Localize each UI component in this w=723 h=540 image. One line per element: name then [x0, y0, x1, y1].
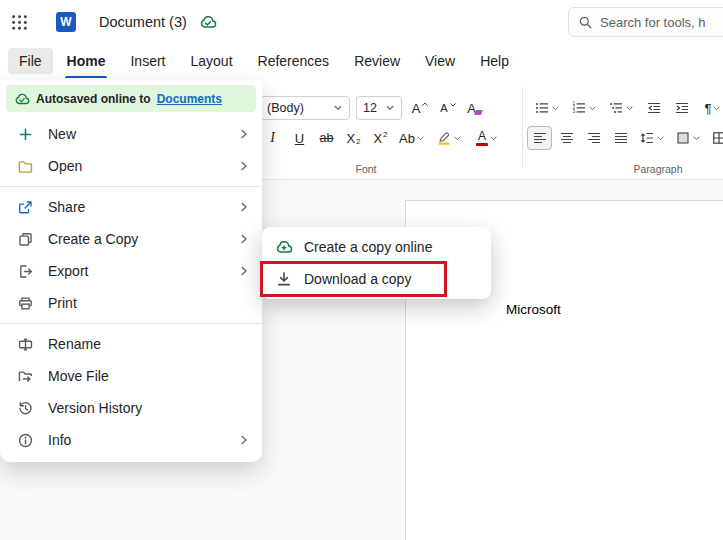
eraser-icon — [474, 110, 483, 115]
search-input[interactable] — [600, 15, 723, 30]
shading-button[interactable] — [671, 126, 705, 150]
decrease-indent-button[interactable] — [641, 96, 666, 120]
text-effects-button[interactable]: Ab — [395, 126, 429, 150]
export-icon — [16, 263, 34, 280]
clear-formatting-button[interactable]: A — [462, 96, 487, 120]
multilevel-list-icon — [608, 100, 624, 116]
justify-icon — [613, 130, 629, 146]
underline-button[interactable]: U — [287, 126, 312, 150]
shrink-font-button[interactable]: A — [436, 96, 461, 120]
tab-insert[interactable]: Insert — [119, 48, 176, 74]
shading-icon — [675, 130, 691, 146]
submenu-item-download-a-copy[interactable]: Download a copy — [262, 263, 491, 295]
bulleted-list-button[interactable] — [530, 96, 564, 120]
tab-references[interactable]: References — [247, 48, 341, 74]
menubar: File Home Insert Layout References Revie… — [0, 44, 723, 78]
menu-item-label: Open — [48, 158, 82, 174]
menu-item-print[interactable]: Print — [0, 287, 262, 319]
tab-layout[interactable]: Layout — [179, 48, 243, 74]
font-size-combo[interactable]: 12 — [356, 96, 402, 120]
menu-item-label: Info — [48, 432, 71, 448]
borders-button[interactable] — [707, 126, 723, 150]
font-name-value: (Body) — [267, 101, 304, 115]
bulleted-list-icon — [534, 100, 550, 116]
menu-item-share[interactable]: Share — [0, 191, 262, 223]
align-center-button[interactable] — [554, 126, 579, 150]
pilcrow-icon: ¶ — [705, 101, 712, 116]
chevron-right-icon — [238, 233, 250, 245]
align-center-icon — [559, 130, 575, 146]
search-icon — [578, 15, 593, 30]
rename-icon — [16, 336, 34, 353]
menu-item-export[interactable]: Export — [0, 255, 262, 287]
caret-down-icon — [449, 101, 457, 109]
info-icon — [16, 432, 34, 449]
submenu-item-label: Download a copy — [304, 271, 411, 287]
font-name-combo[interactable]: (Body) — [260, 96, 350, 120]
tab-help[interactable]: Help — [469, 48, 520, 74]
chevron-down-icon — [692, 134, 701, 143]
superscript-letter: X — [373, 131, 382, 146]
align-left-button[interactable] — [527, 126, 552, 150]
chevron-down-icon — [551, 104, 560, 113]
menu-item-version-history[interactable]: Version History — [0, 392, 262, 424]
search-box[interactable] — [568, 7, 723, 37]
copy-icon — [16, 231, 34, 248]
app-launcher-icon[interactable] — [11, 14, 28, 31]
align-right-icon — [586, 130, 602, 146]
superscript-digit: 2 — [383, 130, 387, 139]
menu-item-open[interactable]: Open — [0, 150, 262, 182]
numbered-list-button[interactable]: 1 2 3 — [567, 96, 601, 120]
paragraph-buttons-row1: 1 2 3 ¶ — [530, 96, 723, 120]
shrink-font-letter: A — [440, 102, 447, 114]
strikethrough-button[interactable]: ab — [314, 126, 339, 150]
caret-up-icon — [421, 100, 429, 108]
menu-item-rename[interactable]: Rename — [0, 328, 262, 360]
print-icon — [16, 295, 34, 312]
superscript-button[interactable]: X2 — [368, 126, 393, 150]
tab-view[interactable]: View — [414, 48, 466, 74]
menu-item-label: New — [48, 126, 76, 142]
chevron-down-icon — [385, 103, 395, 113]
tab-file[interactable]: File — [8, 48, 53, 74]
subscript-button[interactable]: X2 — [341, 126, 366, 150]
autosave-banner: Autosaved online to Documents — [6, 85, 256, 112]
increase-indent-button[interactable] — [669, 96, 694, 120]
tab-review[interactable]: Review — [343, 48, 411, 74]
grow-font-button[interactable]: A — [408, 96, 433, 120]
align-left-icon — [532, 130, 548, 146]
chevron-right-icon — [238, 160, 250, 172]
submenu-item-label: Create a copy online — [304, 239, 432, 255]
submenu-item-create-copy-online[interactable]: Create a copy online — [262, 231, 491, 263]
autosave-documents-link[interactable]: Documents — [157, 92, 222, 106]
document-text[interactable]: Microsoft — [506, 302, 561, 317]
menu-item-info[interactable]: Info — [0, 424, 262, 456]
paragraph-marks-button[interactable]: ¶ — [697, 96, 723, 120]
multilevel-list-button[interactable] — [604, 96, 638, 120]
download-icon — [275, 270, 293, 288]
menu-item-label: Move File — [48, 368, 109, 384]
chevron-down-icon — [333, 103, 343, 113]
word-logo-icon[interactable]: W — [56, 12, 76, 32]
create-copy-submenu: Create a copy online Download a copy — [262, 227, 491, 299]
font-color-button[interactable]: A — [469, 126, 505, 150]
version-history-icon — [16, 400, 34, 417]
menu-item-create-a-copy[interactable]: Create a Copy — [0, 223, 262, 255]
paragraph-group-label: Paragraph — [560, 163, 723, 175]
align-right-button[interactable] — [581, 126, 606, 150]
text-highlight-button[interactable] — [431, 126, 467, 150]
justify-button[interactable] — [608, 126, 633, 150]
italic-button[interactable]: I — [260, 126, 285, 150]
line-spacing-icon — [639, 130, 655, 146]
document-title[interactable]: Document (3) — [99, 14, 187, 30]
menu-item-move-file[interactable]: Move File — [0, 360, 262, 392]
line-spacing-button[interactable] — [635, 126, 669, 150]
tab-home[interactable]: Home — [56, 48, 117, 74]
menu-item-new[interactable]: New — [0, 118, 262, 150]
chevron-down-icon — [656, 134, 665, 143]
autosave-cloud-icon[interactable] — [199, 13, 217, 31]
share-icon — [16, 199, 34, 216]
decrease-indent-icon — [646, 100, 662, 116]
file-menu: Autosaved online to Documents New Open S… — [0, 80, 262, 462]
numbered-list-icon: 1 2 3 — [571, 100, 587, 116]
